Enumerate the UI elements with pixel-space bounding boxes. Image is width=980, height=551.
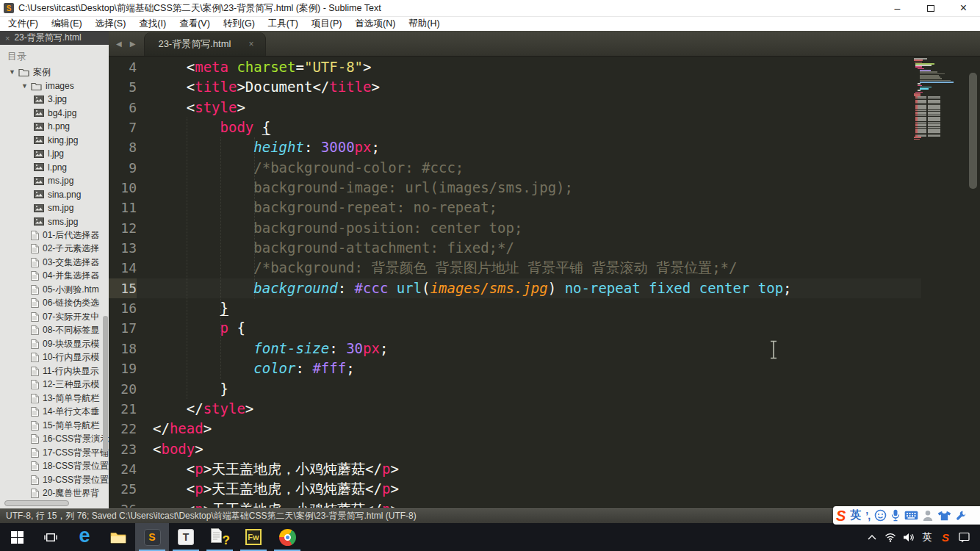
tree-item-ms.jpg[interactable]: ms.jpg [0, 174, 109, 188]
code-line[interactable]: <meta charset="UTF-8"> [137, 57, 371, 77]
tree-item-02-子元素选择[interactable]: 02-子元素选择 [0, 242, 109, 256]
tree-item-03-交集选择器[interactable]: 03-交集选择器 [0, 256, 109, 270]
code-line[interactable]: <title>Document</title> [137, 77, 380, 97]
tree-item-15-简单导航栏[interactable]: 15-简单导航栏 [0, 419, 109, 433]
tree-item-18-CSS背景位置[interactable]: 18-CSS背景位置 [0, 460, 109, 474]
code-line[interactable]: background-position: center top; [137, 218, 522, 238]
close-icon[interactable]: × [5, 34, 10, 43]
tray-sogou[interactable]: S [940, 531, 951, 544]
tree-item-05-小测验.htm[interactable]: 05-小测验.htm [0, 283, 109, 297]
ime-language-toggle[interactable]: 英 [850, 508, 861, 522]
code-line[interactable]: font-size: 30px; [137, 339, 388, 359]
ime-shirt-button[interactable] [937, 511, 951, 521]
tree-item-3.jpg[interactable]: 3.jpg [0, 93, 109, 107]
minimize-button[interactable]: – [881, 0, 914, 16]
code-line[interactable]: } [137, 298, 228, 318]
tree-item-sina.png[interactable]: sina.png [0, 188, 109, 202]
code-area[interactable]: 4 <meta charset="UTF-8">5 <title>Documen… [109, 57, 921, 508]
tab-active[interactable]: 23-背景简写.html × [144, 32, 266, 56]
ime-smiley-button[interactable] [874, 509, 887, 522]
tree-item-01-后代选择器[interactable]: 01-后代选择器 [0, 228, 109, 242]
minimap[interactable] [914, 58, 964, 140]
restore-button[interactable] [914, 0, 947, 16]
code-line[interactable]: p { [137, 318, 245, 338]
tree-expand-icon[interactable]: ▼ [9, 68, 18, 76]
code-line[interactable]: </head> [137, 419, 212, 439]
tree-item-bg4.jpg[interactable]: bg4.jpg [0, 107, 109, 120]
menu-item[interactable]: 选择(S) [89, 18, 133, 30]
ime-punctuation-toggle[interactable]: ’, [865, 510, 870, 522]
sidebar-horizontal-scrollbar[interactable] [4, 500, 69, 506]
tree-item-19-CSS背景位置[interactable]: 19-CSS背景位置 [0, 473, 109, 487]
menu-item[interactable]: 工具(T) [262, 18, 305, 30]
code-line[interactable]: </style> [137, 399, 253, 419]
tree-item-11-行内块显示[interactable]: 11-行内块显示 [0, 364, 109, 378]
tray-volume[interactable] [903, 533, 915, 542]
code-line[interactable]: <p>天王盖地虎，小鸡炖蘑菇</p> [137, 479, 399, 499]
tree-item-h.png[interactable]: h.png [0, 120, 109, 134]
tree-item-king.jpg[interactable]: king.jpg [0, 134, 109, 148]
code-line[interactable]: color: #fff; [137, 359, 355, 378]
tray-tray-expand[interactable] [866, 534, 878, 540]
tray-action-center[interactable] [958, 532, 970, 543]
open-file-row[interactable]: × 23-背景简写.html [0, 31, 109, 45]
tab-scroll-right-icon[interactable]: ▶ [130, 40, 136, 48]
taskbar-typora[interactable]: T [169, 523, 203, 551]
tray-ime-lang[interactable]: 英 [921, 530, 933, 544]
code-line[interactable]: background-repeat: no-repeat; [137, 198, 497, 217]
ime-keyboard-button[interactable] [904, 511, 918, 520]
tree-item-images[interactable]: ▼images [0, 79, 109, 93]
code-line[interactable]: height: 3000px; [137, 137, 380, 157]
taskbar-chrome[interactable] [270, 523, 304, 551]
tree-item-l.png[interactable]: l.png [0, 161, 109, 175]
sidebar-vertical-scrollbar[interactable] [103, 316, 108, 452]
tree-expand-icon[interactable]: ▼ [21, 82, 31, 90]
taskbar-task-view[interactable] [34, 523, 68, 551]
tab-scroll-left-icon[interactable]: ◀ [116, 40, 122, 48]
ime-mic-button[interactable] [891, 509, 900, 522]
tree-item-08-不同标签显[interactable]: 08-不同标签显 [0, 324, 109, 338]
taskbar-fireworks[interactable]: Fw [237, 523, 270, 551]
sogou-logo-icon[interactable]: S [836, 508, 846, 523]
code-line[interactable]: <body> [137, 439, 203, 459]
tree-item-16-CSS背景演示[interactable]: 16-CSS背景演示 [0, 433, 109, 447]
taskbar-explorer[interactable] [101, 523, 135, 551]
tree-item-sm.jpg[interactable]: sm.jpg [0, 201, 109, 215]
code-line[interactable]: } [137, 379, 228, 399]
tab-close-icon[interactable]: × [248, 39, 253, 49]
menu-item[interactable]: 编辑(E) [45, 18, 89, 30]
tree-item-20-魔兽世界背[interactable]: 20-魔兽世界背 [0, 487, 109, 501]
tree-item-13-简单导航栏[interactable]: 13-简单导航栏 [0, 392, 109, 406]
ime-wrench-button[interactable] [956, 510, 967, 521]
close-button[interactable]: × [947, 0, 980, 16]
code-line[interactable]: body { [137, 118, 270, 137]
code-line[interactable]: <p>天王盖地虎，小鸡炖蘑菇</p> [137, 459, 399, 479]
menu-item[interactable]: 首选项(N) [349, 18, 403, 30]
editor-scrollbar[interactable] [969, 73, 977, 189]
code-line[interactable]: <p>天王盖地虎，小鸡炖蘑菇</p> [137, 500, 399, 508]
taskbar-edge[interactable]: e [68, 523, 101, 551]
code-line[interactable]: /*background: 背景颜色 背景图片地址 背景平铺 背景滚动 背景位置… [137, 258, 738, 278]
taskbar-start[interactable] [0, 523, 34, 551]
tree-item-04-并集选择器[interactable]: 04-并集选择器 [0, 270, 109, 284]
tree-item-sms.jpg[interactable]: sms.jpg [0, 215, 109, 229]
tree-item-10-行内显示模[interactable]: 10-行内显示模 [0, 351, 109, 365]
taskbar-sublime[interactable]: S [135, 523, 169, 551]
taskbar-help-doc[interactable]: ? [203, 523, 237, 551]
code-line[interactable]: <style> [137, 98, 245, 118]
menu-item[interactable]: 查找(I) [132, 18, 173, 30]
tree-item-12-三种显示模[interactable]: 12-三种显示模 [0, 378, 109, 392]
tree-item-06-链接伪类选[interactable]: 06-链接伪类选 [0, 297, 109, 311]
tree-item-07-实际开发中[interactable]: 07-实际开发中 [0, 310, 109, 324]
tree-item-l.jpg[interactable]: l.jpg [0, 147, 109, 161]
editor[interactable]: 4 <meta charset="UTF-8">5 <title>Documen… [109, 57, 980, 508]
menu-item[interactable]: 项目(P) [305, 18, 349, 30]
menu-item[interactable]: 查看(V) [173, 18, 217, 30]
code-line[interactable]: background-attachment: fixed;*/ [137, 238, 514, 258]
menu-item[interactable]: 文件(F) [1, 18, 45, 30]
tree-item-17-CSS背景平铺[interactable]: 17-CSS背景平铺 [0, 446, 109, 460]
menu-item[interactable]: 转到(G) [217, 18, 262, 30]
tree-item-案例[interactable]: ▼案例 [0, 65, 109, 79]
code-line[interactable]: background: #ccc url(images/sms.jpg) no-… [137, 278, 792, 298]
code-line[interactable]: background-image: url(images/sms.jpg); [137, 178, 573, 198]
